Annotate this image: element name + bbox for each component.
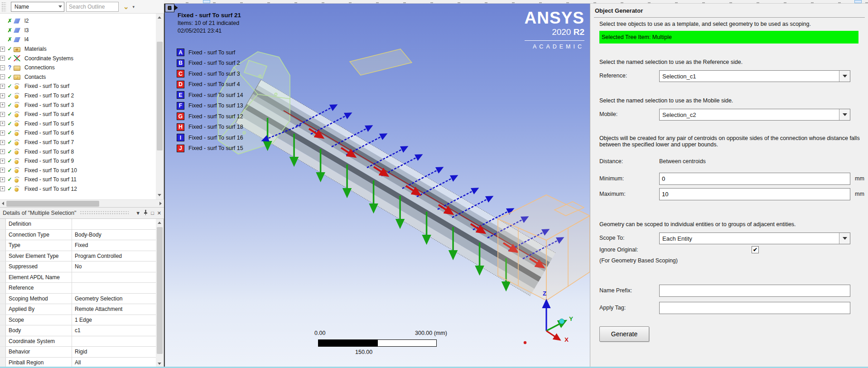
close-icon[interactable]: ✕ bbox=[157, 210, 161, 216]
details-table: Definition Connection Type Body-Body Typ… bbox=[0, 219, 156, 368]
tree-item[interactable]: l3 bbox=[0, 26, 156, 35]
expand-search-icon[interactable]: ⌄ bbox=[123, 5, 129, 9]
annotation-date: 02/05/2021 23:41 bbox=[178, 28, 241, 34]
expand-toggle[interactable]: + bbox=[0, 84, 5, 89]
details-row-value[interactable] bbox=[72, 336, 156, 347]
group-collapse[interactable] bbox=[0, 336, 6, 347]
tree-item[interactable]: + Fixed - surf To surf 8 bbox=[0, 147, 156, 156]
details-vertical-scrollbar[interactable] bbox=[156, 219, 164, 368]
details-row-value[interactable]: c1 bbox=[72, 325, 156, 336]
legend-item-label: Fixed - surf To surf 2 bbox=[188, 60, 240, 66]
tree-item[interactable]: + Coordinate Systems bbox=[0, 53, 156, 63]
expand-toggle[interactable]: + bbox=[0, 140, 5, 145]
expand-toggle[interactable]: + bbox=[0, 102, 5, 107]
drag-grip[interactable] bbox=[1, 2, 6, 12]
details-row-value[interactable] bbox=[72, 219, 156, 230]
tree-item[interactable]: + Materials bbox=[0, 44, 156, 54]
expand-toggle[interactable]: + bbox=[0, 112, 5, 117]
search-input[interactable] bbox=[66, 2, 119, 12]
group-collapse[interactable] bbox=[0, 315, 6, 326]
chevron-down-icon[interactable] bbox=[839, 233, 850, 244]
tree-item[interactable]: + Fixed - surf To surf 6 bbox=[0, 128, 156, 138]
tree-item[interactable]: − Contacts bbox=[0, 73, 156, 82]
generate-button[interactable]: Generate bbox=[599, 326, 649, 342]
legend-item: I Fixed - surf To surf 16 bbox=[177, 132, 243, 143]
tree-horizontal-scrollbar[interactable] bbox=[0, 199, 164, 207]
group-collapse[interactable] bbox=[0, 325, 6, 336]
scope-to-dropdown[interactable]: Each Entity bbox=[659, 232, 850, 244]
details-row-value[interactable]: Remote Attachment bbox=[72, 304, 156, 315]
group-collapse[interactable] bbox=[0, 219, 6, 230]
expand-toggle[interactable]: − bbox=[0, 74, 5, 79]
toolbar-button-highlight[interactable] bbox=[854, 0, 862, 3]
expand-toggle[interactable]: + bbox=[0, 47, 5, 52]
tree-vertical-scrollbar[interactable] bbox=[156, 14, 164, 199]
group-collapse[interactable] bbox=[0, 251, 6, 262]
details-row-value[interactable]: No bbox=[72, 261, 156, 272]
tree-item[interactable]: + Fixed - surf To surf bbox=[0, 82, 156, 91]
ignore-original-checkbox[interactable]: ✔ bbox=[752, 246, 759, 253]
name-prefix-input[interactable] bbox=[659, 285, 850, 297]
chevron-down-icon[interactable]: ▾ bbox=[133, 5, 135, 9]
expand-toggle[interactable]: + bbox=[0, 168, 5, 173]
apply-tag-input[interactable] bbox=[659, 302, 850, 314]
pin-icon[interactable] bbox=[144, 210, 148, 216]
details-row-value[interactable] bbox=[72, 283, 156, 294]
chevron-down-icon[interactable] bbox=[839, 71, 850, 82]
tree-item[interactable]: + Fixed - surf To surf 2 bbox=[0, 91, 156, 101]
tree-item[interactable]: − Connections bbox=[0, 63, 156, 73]
contact-tag[interactable]: C bbox=[165, 4, 174, 12]
group-collapse[interactable] bbox=[0, 272, 6, 283]
group-collapse[interactable] bbox=[0, 240, 6, 251]
triad-x-label: X bbox=[564, 336, 569, 343]
group-collapse[interactable] bbox=[0, 294, 6, 305]
tree-item[interactable]: + Fixed - surf To surf 9 bbox=[0, 156, 156, 166]
chevron-down-icon[interactable] bbox=[839, 109, 850, 120]
tree-item[interactable]: + Fixed - surf To surf 7 bbox=[0, 138, 156, 147]
details-row-value[interactable]: 1 Edge bbox=[72, 315, 156, 326]
expand-toggle[interactable]: + bbox=[0, 159, 5, 164]
mobile-dropdown[interactable]: Selection_c2 bbox=[659, 109, 850, 121]
expand-toggle[interactable]: + bbox=[0, 56, 5, 61]
group-collapse[interactable] bbox=[0, 230, 6, 241]
tree-item[interactable]: + Fixed - surf To surf 5 bbox=[0, 119, 156, 129]
details-row-label: Type bbox=[6, 240, 72, 251]
expand-toggle[interactable]: + bbox=[0, 121, 5, 126]
details-row-value[interactable]: Body-Body bbox=[72, 230, 156, 241]
details-row-value[interactable]: Fixed bbox=[72, 240, 156, 251]
group-collapse[interactable] bbox=[0, 347, 6, 358]
orientation-triad[interactable] bbox=[524, 301, 565, 344]
tree-item[interactable]: l2 bbox=[0, 16, 156, 26]
graphics-viewport[interactable]: Fixed - surf To surf 21 Items: 10 of 21 … bbox=[164, 4, 590, 368]
details-row-value[interactable] bbox=[72, 272, 156, 283]
expand-toggle[interactable]: + bbox=[0, 186, 5, 191]
filter-type-dropdown[interactable]: Name bbox=[11, 2, 64, 12]
minimum-input[interactable] bbox=[659, 173, 850, 185]
legend-item: B Fixed - surf To surf 2 bbox=[177, 58, 243, 69]
group-collapse[interactable] bbox=[0, 283, 6, 294]
tree-item[interactable]: + Fixed - surf To surf 3 bbox=[0, 100, 156, 110]
expand-toggle[interactable]: + bbox=[0, 149, 5, 154]
tree-item[interactable]: + Fixed - surf To surf 12 bbox=[0, 184, 156, 194]
expand-toggle[interactable]: + bbox=[0, 131, 5, 136]
details-row-value[interactable]: Rigid bbox=[72, 347, 156, 358]
expand-toggle[interactable]: + bbox=[0, 177, 5, 182]
expand-toggle[interactable]: + bbox=[0, 93, 5, 98]
tree-item[interactable]: + Fixed - surf To surf 4 bbox=[0, 110, 156, 119]
expand-toggle[interactable]: − bbox=[0, 65, 5, 70]
fixture-wireframe[interactable] bbox=[350, 49, 412, 75]
tree-item[interactable]: + Fixed - surf To surf 11 bbox=[0, 175, 156, 184]
group-collapse[interactable] bbox=[0, 304, 6, 315]
reference-dropdown[interactable]: Selection_c1 bbox=[659, 70, 850, 82]
details-row-value[interactable]: Geometry Selection bbox=[72, 294, 156, 305]
status-icon bbox=[7, 121, 13, 127]
maximum-input[interactable] bbox=[659, 188, 850, 200]
tree-item[interactable]: l4 bbox=[0, 35, 156, 44]
status-icon bbox=[7, 139, 13, 145]
chevron-down-icon[interactable]: ▼ bbox=[135, 210, 140, 216]
details-row-value[interactable]: Program Controlled bbox=[72, 251, 156, 262]
group-collapse[interactable] bbox=[0, 261, 6, 272]
toolbar-button-highlight[interactable] bbox=[203, 0, 210, 3]
tree-item[interactable]: + Fixed - surf To surf 10 bbox=[0, 166, 156, 175]
maximize-icon[interactable]: □ bbox=[151, 210, 154, 216]
